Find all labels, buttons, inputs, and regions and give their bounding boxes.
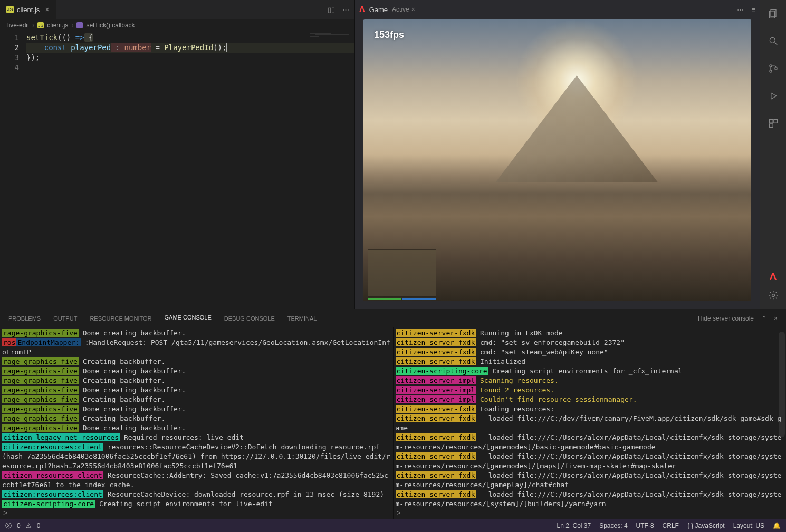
console-tag: rage-graphics-five bbox=[2, 414, 79, 422]
line-number: 2 bbox=[0, 43, 19, 53]
console-message: Creating backbuffer. bbox=[79, 395, 165, 403]
console-message: Creating script environments for live-ed… bbox=[95, 500, 273, 508]
warning-count[interactable]: 0 bbox=[37, 522, 41, 529]
console-line: rage-graphics-five Done creating backbuf… bbox=[2, 404, 391, 414]
close-icon[interactable]: × bbox=[45, 5, 49, 14]
bell-icon[interactable]: 🔔 bbox=[773, 522, 781, 529]
console-prompt[interactable]: > bbox=[0, 509, 393, 519]
tab-output[interactable]: OUTPUT bbox=[53, 315, 77, 322]
console-tag: citizen-legacy-net-resources bbox=[2, 433, 120, 441]
token: { bbox=[84, 33, 93, 42]
activity-bar: Λ bbox=[760, 0, 786, 309]
console-message: Done creating backbuffer. bbox=[79, 424, 186, 432]
layout-status[interactable]: Layout: US bbox=[733, 522, 764, 529]
source-control-icon[interactable] bbox=[767, 62, 780, 75]
method-icon bbox=[76, 22, 83, 28]
svg-point-4 bbox=[769, 65, 771, 67]
editor-tab-client-js[interactable]: JS client.js × bbox=[0, 0, 56, 19]
fps-counter: 153fps bbox=[374, 30, 404, 41]
extensions-icon[interactable] bbox=[767, 117, 780, 130]
inlay-hint: : bbox=[111, 43, 124, 52]
tab-problems[interactable]: PROBLEMS bbox=[8, 315, 41, 322]
tab-game-console[interactable]: GAME CONSOLE bbox=[165, 314, 212, 323]
chevron-up-icon[interactable]: ⌃ bbox=[761, 315, 766, 322]
tab-debug-console[interactable]: DEBUG CONSOLE bbox=[224, 315, 275, 322]
breadcrumb[interactable]: live-edit › JS client.js › setTick() cal… bbox=[0, 19, 354, 32]
console-message: Creating backbuffer. bbox=[79, 357, 165, 365]
console-message: Loading resources: bbox=[476, 405, 554, 413]
console-line: citizen-server-fxdk Loading resources: bbox=[396, 404, 784, 414]
token: (() bbox=[57, 33, 75, 42]
indentation-status[interactable]: Spaces: 4 bbox=[599, 522, 627, 529]
warning-icon[interactable]: ⚠ bbox=[26, 522, 32, 529]
console-line: citizen-server-impl Scanning resources. bbox=[396, 376, 784, 385]
encoding-status[interactable]: UTF-8 bbox=[636, 522, 654, 529]
console-tag: citizen-server-fxdk bbox=[396, 471, 476, 479]
chevron-right-icon: › bbox=[32, 22, 34, 29]
fivem-logo-icon[interactable]: Λ bbox=[770, 270, 777, 283]
console-line: citizen-scripting-core Creating script e… bbox=[396, 366, 784, 376]
breadcrumb-segment[interactable]: setTick() callback bbox=[86, 22, 135, 29]
menu-icon[interactable]: ≡ bbox=[751, 6, 755, 14]
console-message: Creating script environments for _cfx_in… bbox=[488, 367, 683, 375]
console-line: citizen-server-fxdk cmd: "set steam_webA… bbox=[396, 347, 784, 357]
search-icon[interactable] bbox=[767, 35, 780, 47]
eol-status[interactable]: CRLF bbox=[663, 522, 679, 529]
console-tag: EndpointMapper: bbox=[16, 338, 80, 346]
breadcrumb-segment[interactable]: client.js bbox=[47, 22, 68, 29]
tab-terminal[interactable]: TERMINAL bbox=[287, 315, 317, 322]
error-count[interactable]: 0 bbox=[17, 522, 21, 529]
console-line: rosEndpointMapper: :HandleRequest: POST … bbox=[2, 338, 391, 357]
console-output[interactable]: citizen-server-fxdk Running in FxDK mode… bbox=[394, 327, 787, 509]
game-render-surface[interactable]: 153fps bbox=[363, 19, 751, 301]
game-tab-bar: Λ Game Active × ⋯ ≡ bbox=[355, 0, 760, 19]
editor-tab-filename: client.js bbox=[17, 6, 40, 14]
hide-server-console-button[interactable]: Hide server console bbox=[698, 315, 754, 322]
svg-rect-8 bbox=[769, 120, 773, 123]
console-output[interactable]: rage-graphics-five Done creating backbuf… bbox=[0, 327, 393, 509]
console-line: citizen-server-fxdk Running in FxDK mode bbox=[396, 328, 784, 338]
console-message: Creating backbuffer. bbox=[79, 414, 165, 422]
cursor-position[interactable]: Ln 2, Col 37 bbox=[557, 522, 591, 529]
token: (); bbox=[213, 43, 226, 52]
close-icon[interactable]: × bbox=[411, 6, 415, 13]
more-icon[interactable]: ⋯ bbox=[342, 6, 349, 14]
gear-icon[interactable] bbox=[768, 290, 779, 302]
console-line: citizen-server-impl Couldn't find resour… bbox=[396, 395, 784, 404]
token: = bbox=[151, 43, 164, 52]
code-editor[interactable]: 1 2 3 4 setTick(() => { const playerPed … bbox=[0, 32, 354, 309]
status-bar: ⓧ0 ⚠0 Ln 2, Col 37 Spaces: 4 UTF-8 CRLF … bbox=[0, 519, 786, 532]
scrollbar[interactable] bbox=[779, 327, 785, 519]
game-viewport[interactable]: 153fps bbox=[363, 19, 751, 301]
game-tab-title[interactable]: Game bbox=[369, 6, 388, 14]
js-file-icon: JS bbox=[37, 22, 44, 28]
minimap[interactable] bbox=[310, 33, 352, 54]
token-fn: setTick bbox=[26, 33, 57, 42]
console-line: citizen:resources:client ResourceCacheDe… bbox=[2, 490, 391, 499]
console-message: Done creating backbuffer. bbox=[79, 405, 186, 413]
console-tag: citizen-server-fxdk bbox=[396, 348, 476, 356]
console-line: citizen:resources:client resources::Reso… bbox=[2, 442, 391, 471]
console-prompt[interactable]: > bbox=[394, 509, 787, 519]
code-content[interactable]: setTick(() => { const playerPed : number… bbox=[26, 32, 354, 309]
breadcrumb-segment[interactable]: live-edit bbox=[7, 22, 29, 29]
client-console: rage-graphics-five Done creating backbuf… bbox=[0, 327, 393, 519]
token-kw: const bbox=[44, 43, 66, 52]
run-debug-icon[interactable] bbox=[767, 90, 780, 102]
token-var: playerPed bbox=[71, 43, 111, 52]
game-status-label: Active bbox=[392, 6, 409, 13]
console-tag: citizen-server-impl bbox=[396, 395, 476, 403]
svg-line-3 bbox=[774, 43, 777, 45]
console-line: citizen-resources-client ResourceCache::… bbox=[2, 471, 391, 490]
language-mode[interactable]: { } JavaScript bbox=[687, 522, 725, 529]
console-message: cmd: "set sv_enforcegamebuild 2372" bbox=[476, 338, 625, 346]
split-editor-icon[interactable]: ▯▯ bbox=[328, 6, 335, 14]
files-icon[interactable] bbox=[767, 7, 780, 20]
console-tag: citizen-server-fxdk bbox=[396, 490, 476, 498]
close-icon[interactable]: × bbox=[774, 315, 778, 322]
console-tag: citizen-scripting-core bbox=[2, 500, 95, 508]
more-icon[interactable]: ⋯ bbox=[737, 6, 744, 14]
tab-resource-monitor[interactable]: RESOURCE MONITOR bbox=[90, 315, 151, 322]
console-message: Couldn't find resource sessionmanager. bbox=[476, 395, 637, 403]
error-icon[interactable]: ⓧ bbox=[5, 521, 12, 530]
